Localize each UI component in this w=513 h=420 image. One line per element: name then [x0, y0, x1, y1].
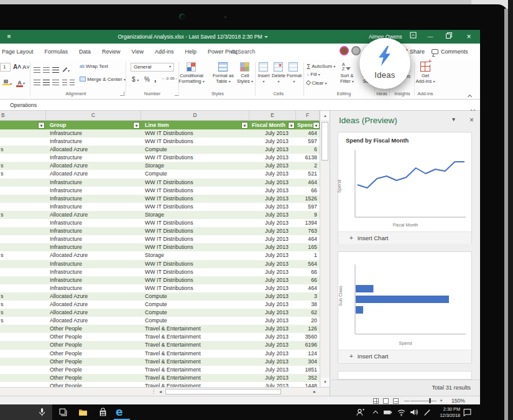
table-row[interactable]: InfrastructureWW IT DistributionsJuly 20… — [0, 203, 320, 211]
title-caret-icon[interactable] — [264, 36, 268, 38]
table-row[interactable]: sAllocated AzureStorageJuly 20131 — [0, 251, 320, 259]
table-row[interactable]: Other PeopleTravel & EntertainmentJuly 2… — [0, 358, 320, 366]
page-layout-view-icon[interactable] — [383, 398, 389, 404]
fill-button[interactable]: ↓ Fill ▾ — [307, 72, 320, 77]
scroll-right-icon[interactable]: ▸ — [311, 388, 318, 396]
merge-center-button[interactable]: Merge & Center ▾ — [80, 77, 126, 82]
comma-format-button[interactable]: , — [154, 75, 156, 83]
zoom-out-icon[interactable]: — — [404, 396, 410, 405]
ribbon-display-options-button[interactable] — [407, 30, 419, 44]
table-row[interactable]: Other PeopleTravel & EntertainmentJuly 2… — [0, 366, 320, 374]
quick-access-icon[interactable] — [7, 35, 11, 38]
table-row[interactable]: InfrastructureWW IT DistributionsJuly 20… — [0, 219, 320, 227]
increase-decimal-icon[interactable]: ←.0 — [162, 77, 169, 80]
pen-icon[interactable] — [423, 408, 432, 417]
column-header-d[interactable]: D — [141, 111, 249, 121]
table-row[interactable]: sAllocated AzureComputeJuly 20136 — [0, 146, 320, 154]
clear-button[interactable]: Clear ▾ — [307, 80, 327, 86]
table-row[interactable]: sAllocated AzureComputeJuly 2013521 — [0, 170, 320, 178]
table-row[interactable]: Other PeopleTravel & EntertainmentJuly 2… — [0, 382, 320, 387]
table-row[interactable]: InfrastructureWW IT DistributionsJuly 20… — [0, 284, 320, 292]
normal-view-icon[interactable] — [373, 398, 379, 404]
page-break-view-icon[interactable] — [393, 398, 399, 404]
avatar[interactable] — [340, 46, 349, 55]
filter-button[interactable]: ▾ — [241, 122, 248, 129]
vertical-scrollbar[interactable]: ▴ ▾ — [320, 111, 330, 387]
table-row[interactable]: InfrastructureWW IT DistributionsJuly 20… — [0, 243, 320, 251]
wifi-icon[interactable] — [397, 408, 406, 417]
close-button[interactable]: × — [463, 30, 475, 44]
table-header-fiscal-month[interactable]: Fiscal Month▾ — [249, 121, 296, 129]
pane-close-icon[interactable]: × — [469, 116, 474, 124]
table-row[interactable]: InfrastructureWW IT DistributionsJuly 20… — [0, 260, 320, 268]
zoom-in-icon[interactable]: + — [440, 396, 443, 405]
ideas-callout-button[interactable]: Ideas — [359, 38, 410, 89]
filter-button[interactable]: ▾ — [288, 122, 295, 129]
table-row[interactable]: Other PeopleTravel & EntertainmentJuly 2… — [0, 341, 320, 349]
table-row[interactable]: Other PeopleTravel & EntertainmentJuly 2… — [0, 374, 320, 382]
conditional-formatting-label[interactable]: ConditionalFormatting ▾ — [176, 73, 207, 85]
get-addins-button[interactable] — [420, 62, 430, 74]
align-center-icon[interactable] — [43, 77, 50, 88]
table-row[interactable]: InfrastructureWW IT DistributionsJuly 20… — [0, 138, 320, 146]
split-handle[interactable]: ⋮ — [151, 388, 155, 396]
vertical-scroll-thumb[interactable] — [321, 122, 328, 161]
cortana-search-box[interactable] — [0, 404, 52, 420]
table-row[interactable]: InfrastructureWW IT DistributionsJuly 20… — [0, 276, 320, 284]
table-header-group[interactable]: Group▾ — [46, 121, 141, 129]
decrease-font-icon[interactable]: A˅ — [22, 64, 30, 70]
sort-filter-button[interactable]: Sort &Filter ▾ — [336, 73, 358, 85]
filter-button[interactable]: ▾ — [38, 122, 45, 129]
increase-font-icon[interactable]: A˄ — [13, 63, 21, 70]
restore-button[interactable] — [443, 30, 455, 44]
table-row[interactable]: sAllocated AzureComputeJuly 20133 — [0, 292, 320, 301]
percent-format-button[interactable]: % — [144, 76, 150, 83]
insert-chart-button[interactable]: +Insert Chart — [338, 350, 471, 362]
number-format-select[interactable]: General▾ — [131, 63, 174, 72]
fill-color-icon[interactable]: ▾ — [2, 77, 12, 88]
zoom-slider[interactable] — [410, 401, 437, 402]
alignment-dialog-launcher-icon[interactable] — [120, 91, 124, 96]
scroll-left-icon[interactable]: ◂ — [157, 388, 164, 396]
align-right-icon[interactable] — [52, 77, 59, 88]
show-hidden-icons-icon[interactable] — [373, 411, 378, 416]
align-bottom-icon[interactable] — [52, 64, 59, 75]
table-row[interactable]: InfrastructureWW IT DistributionsJuly 20… — [0, 187, 320, 195]
column-header-b[interactable]: B — [0, 111, 46, 121]
people-icon[interactable] — [356, 408, 365, 417]
scroll-down-icon[interactable]: ▾ — [321, 378, 330, 386]
format-cells-label[interactable]: Format▾ — [284, 73, 305, 85]
horizontal-scroll-thumb[interactable] — [165, 389, 281, 394]
table-row[interactable]: InfrastructureWW IT DistributionsJuly 20… — [0, 268, 320, 276]
horizontal-scrollbar[interactable]: ⋮ ◂ ▸ — [0, 387, 330, 396]
ribbon-tab-data[interactable]: Data — [79, 44, 91, 60]
battery-icon[interactable] — [383, 408, 392, 417]
insert-chart-button[interactable]: +Insert Chart — [338, 231, 471, 244]
currency-format-button[interactable]: $ ▾ — [132, 76, 139, 83]
pane-menu-icon[interactable]: ▾ — [452, 116, 455, 123]
ribbon-tab-add-ins[interactable]: Add-ins — [155, 44, 174, 60]
table-row[interactable]: InfrastructureWW IT DistributionsJuly 20… — [0, 227, 320, 235]
file-explorer-icon[interactable] — [78, 408, 88, 417]
table-row[interactable]: Other PeopleTravel & EntertainmentJuly 2… — [0, 333, 320, 341]
filter-button[interactable]: ▾ — [133, 122, 140, 129]
increase-indent-icon[interactable] — [70, 77, 75, 88]
taskbar-clock[interactable]: 2:30 PM12/3/2018 — [432, 406, 460, 418]
get-addins-label[interactable]: GetAdd-ins ▾ — [414, 73, 437, 85]
avatar[interactable] — [351, 46, 361, 55]
align-middle-icon[interactable] — [43, 64, 50, 75]
scroll-up-icon[interactable]: ▴ — [321, 111, 330, 120]
font-color-icon[interactable]: A▾ — [16, 76, 25, 87]
store-icon[interactable] — [98, 408, 108, 417]
column-header-f[interactable]: F — [296, 111, 320, 121]
table-header-line-item[interactable]: Line Item▾ — [141, 121, 249, 129]
sort-filter-icon[interactable]: AZ — [342, 62, 351, 71]
align-left-icon[interactable] — [34, 77, 40, 88]
ribbon-tab-review[interactable]: Review — [102, 44, 121, 60]
zoom-level[interactable]: 150% — [451, 396, 465, 405]
table-row[interactable]: sAllocated AzureComputeJuly 201362 — [0, 309, 320, 317]
table-row[interactable]: sAllocated AzureComputeJuly 201320 — [0, 317, 320, 325]
table-row[interactable]: sAllocated AzureStorageJuly 20139 — [0, 211, 320, 219]
action-center-icon[interactable] — [463, 408, 472, 417]
search-button[interactable]: Search — [231, 47, 256, 57]
